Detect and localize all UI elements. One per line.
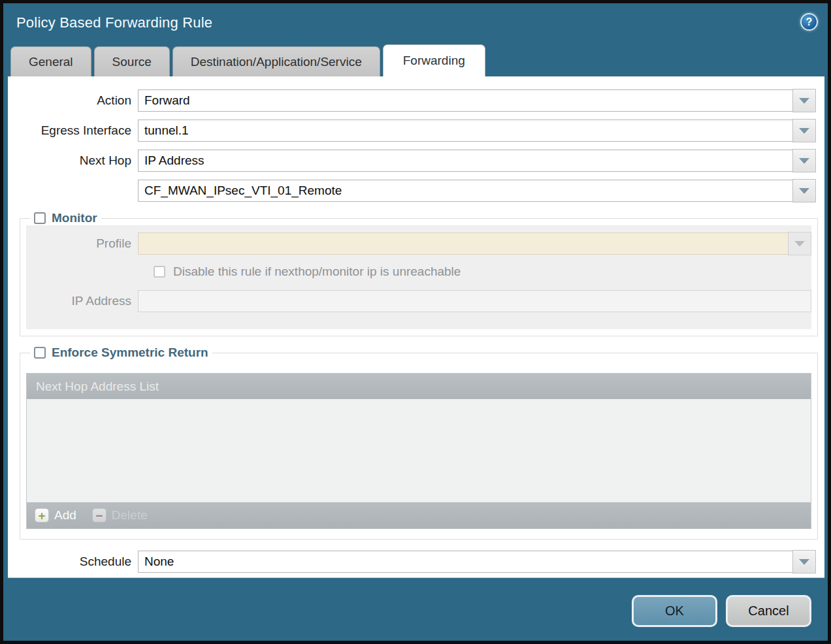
egress-interface-input[interactable] (138, 120, 792, 142)
plus-icon: + (35, 508, 49, 523)
dropdown-arrow-icon (799, 98, 809, 104)
disable-rule-checkbox (154, 266, 165, 278)
next-hop-address-input[interactable] (138, 180, 792, 202)
tab-forwarding[interactable]: Forwarding (383, 44, 485, 76)
schedule-label: Schedule (8, 555, 138, 569)
delete-button: − Delete (92, 508, 148, 523)
monitor-fieldset: Monitor Profile Disable this rule (20, 211, 818, 336)
dialog-titlebar: Policy Based Forwarding Rule ? (3, 3, 828, 44)
tab-general[interactable]: General (10, 46, 91, 76)
monitor-profile-input (138, 233, 788, 255)
dialog-footer: OK Cancel (3, 578, 828, 627)
table-footer-toolbar: + Add − Delete (27, 502, 811, 528)
dropdown-arrow-icon (799, 559, 809, 565)
egress-interface-combobox (138, 120, 816, 142)
egress-interface-label: Egress Interface (8, 123, 138, 138)
next-hop-address-combobox (138, 180, 816, 202)
next-hop-address-list-table: Next Hop Address List + Add − Delete (26, 373, 811, 529)
action-dropdown-button[interactable] (792, 89, 816, 112)
dropdown-arrow-icon (794, 241, 805, 247)
monitor-checkbox[interactable] (34, 212, 46, 224)
schedule-dropdown-button[interactable] (792, 550, 816, 573)
monitor-profile-row: Profile (26, 233, 811, 255)
egress-interface-dropdown-button[interactable] (792, 119, 816, 142)
minus-icon: − (92, 508, 106, 523)
dropdown-arrow-icon (799, 188, 809, 194)
egress-interface-row: Egress Interface (8, 120, 816, 142)
enforce-symmetric-return-fieldset: Enforce Symmetric Return Next Hop Addres… (20, 346, 818, 539)
next-hop-type-dropdown-button[interactable] (792, 149, 816, 172)
tab-bar: General Source Destination/Application/S… (3, 44, 828, 76)
forwarding-tab-panel: Action Egress Interface Next Hop (8, 76, 824, 578)
tab-source[interactable]: Source (94, 46, 170, 76)
monitor-profile-combobox (138, 233, 811, 255)
monitor-ip-address-label: IP Address (26, 294, 138, 308)
monitor-profile-label: Profile (26, 236, 138, 251)
next-hop-row: Next Hop (8, 150, 816, 172)
disable-rule-label: Disable this rule if nexthop/monitor ip … (173, 265, 461, 279)
enforce-symmetric-return-checkbox[interactable] (34, 347, 46, 359)
monitor-ip-address-row: IP Address (26, 290, 811, 312)
schedule-combobox (138, 551, 816, 573)
tab-destination-application-service[interactable]: Destination/Application/Service (172, 46, 380, 76)
monitor-disable-rule-row: Disable this rule if nexthop/monitor ip … (154, 265, 811, 279)
policy-based-forwarding-rule-dialog: Policy Based Forwarding Rule ? General S… (0, 0, 831, 644)
monitor-ip-address-input (138, 290, 811, 312)
next-hop-address-dropdown-button[interactable] (792, 179, 816, 202)
monitor-profile-dropdown-button (788, 232, 811, 255)
enforce-symmetric-return-legend: Enforce Symmetric Return (30, 346, 212, 360)
help-icon[interactable]: ? (800, 13, 818, 31)
delete-button-label: Delete (112, 508, 148, 523)
schedule-input[interactable] (138, 551, 792, 573)
next-hop-type-input[interactable] (138, 150, 792, 172)
ok-button[interactable]: OK (632, 595, 717, 627)
next-hop-type-combobox (138, 150, 816, 172)
monitor-legend: Monitor (30, 211, 101, 225)
action-row: Action (8, 89, 816, 112)
add-button[interactable]: + Add (35, 508, 76, 523)
monitor-label: Monitor (52, 211, 97, 225)
help-glyph: ? (806, 16, 813, 28)
monitor-panel: Profile Disable this rule if nexthop/mon… (26, 225, 811, 329)
enforce-symmetric-return-label: Enforce Symmetric Return (52, 346, 208, 360)
dialog-title: Policy Based Forwarding Rule (16, 14, 212, 31)
cancel-button[interactable]: Cancel (726, 595, 811, 627)
next-hop-label: Next Hop (8, 153, 138, 168)
action-input[interactable] (138, 89, 792, 112)
dropdown-arrow-icon (799, 158, 809, 164)
action-label: Action (8, 93, 138, 108)
action-combobox (138, 89, 816, 112)
dropdown-arrow-icon (799, 128, 809, 134)
monitor-ip-address-field (138, 290, 811, 312)
table-body-empty (27, 399, 811, 502)
add-button-label: Add (54, 508, 76, 523)
schedule-row: Schedule (8, 551, 816, 573)
next-hop-address-row (8, 180, 816, 202)
table-column-header: Next Hop Address List (27, 374, 811, 399)
